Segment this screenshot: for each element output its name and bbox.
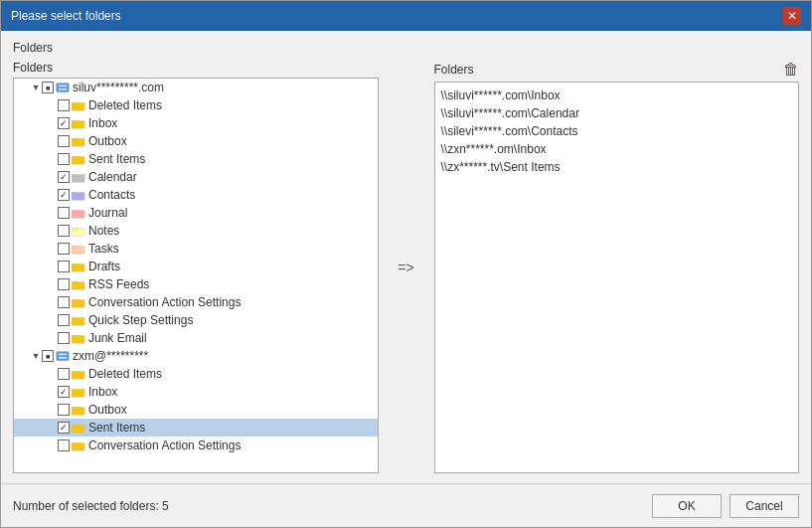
dialog-title: Please select folders <box>11 9 121 23</box>
selected-folder-item[interactable]: \\zxn******.om\Inbox <box>439 140 795 158</box>
folder-label: Notes <box>88 224 119 238</box>
folder-label: Sent Items <box>88 152 145 166</box>
folder-checkbox[interactable] <box>58 404 70 416</box>
svg-rect-4 <box>72 102 77 105</box>
folder-tree-item[interactable]: Deleted Items <box>14 96 378 114</box>
folder-checkbox[interactable] <box>58 261 70 272</box>
folder-tree-item[interactable]: Quick Step Settings <box>14 311 378 329</box>
svg-rect-20 <box>72 246 77 249</box>
svg-rect-30 <box>72 335 77 338</box>
folder-tree-item[interactable]: Conversation Action Settings <box>14 293 378 311</box>
selected-folders-list[interactable]: \\siluvi******.com\Inbox\\siluvi******.c… <box>434 82 800 473</box>
folder-tree-item[interactable]: Junk Email <box>14 329 378 347</box>
folder-tree-item[interactable]: Drafts <box>14 258 378 275</box>
svg-rect-41 <box>72 425 77 428</box>
folder-label: Sent Items <box>88 421 145 435</box>
selected-count-label: Number of selected folders: 5 <box>13 499 169 513</box>
folder-checkbox[interactable] <box>58 440 70 451</box>
left-panel: Folders ▼ siluv*********.com Deleted Ite… <box>13 61 379 473</box>
folder-tree-item[interactable]: Journal <box>14 204 378 222</box>
left-panel-label: Folders <box>13 61 379 75</box>
folder-checkbox[interactable] <box>58 422 70 434</box>
folder-label: Conversation Action Settings <box>88 295 241 309</box>
folder-icon <box>72 314 85 326</box>
folder-tree-item[interactable]: Calendar <box>14 168 378 186</box>
folder-tree[interactable]: ▼ siluv*********.com Deleted Items Inbox… <box>13 78 379 473</box>
svg-rect-35 <box>72 371 77 374</box>
folder-checkbox[interactable] <box>58 99 70 111</box>
folder-checkbox[interactable] <box>58 117 70 129</box>
selected-folder-item[interactable]: \\silevi******.com\Contacts <box>439 122 795 140</box>
folder-tree-item[interactable]: Deleted Items <box>14 365 378 383</box>
folder-label: Tasks <box>88 242 119 256</box>
folder-tree-item[interactable]: Contacts <box>14 186 378 204</box>
account-item[interactable]: ▼ siluv*********.com <box>14 79 378 96</box>
dialog: Please select folders ✕ Folders Folders … <box>0 0 812 528</box>
svg-rect-37 <box>72 389 77 392</box>
folder-label: Drafts <box>88 260 120 273</box>
folder-tree-item[interactable]: Inbox <box>14 383 378 401</box>
journal-icon <box>72 207 85 219</box>
folder-label: Calendar <box>88 170 137 184</box>
ok-button[interactable]: OK <box>652 494 722 518</box>
selected-folder-item[interactable]: \\siluvi******.com\Calendar <box>439 104 795 122</box>
folder-icon <box>72 261 85 272</box>
footer: Number of selected folders: 5 OK Cancel <box>1 483 811 527</box>
folder-label: Outbox <box>88 134 127 148</box>
account-checkbox[interactable] <box>42 350 54 362</box>
arrow-indicator: => <box>398 260 413 275</box>
account-item[interactable]: ▼ zxm@********* <box>14 347 378 365</box>
folder-checkbox[interactable] <box>58 171 70 183</box>
folder-checkbox[interactable] <box>58 207 70 219</box>
folder-tree-item[interactable]: Conversation Action Settings <box>14 437 378 454</box>
folder-checkbox[interactable] <box>58 225 70 237</box>
account-label: siluv*********.com <box>73 81 164 94</box>
svg-rect-14 <box>72 192 77 195</box>
svg-rect-12 <box>72 174 77 177</box>
svg-rect-24 <box>72 281 77 284</box>
delete-icon[interactable]: 🗑 <box>783 61 799 79</box>
folder-checkbox[interactable] <box>58 296 70 308</box>
arrow-area: => <box>387 260 426 275</box>
folder-icon <box>72 99 85 111</box>
folder-icon <box>72 404 85 416</box>
folder-checkbox[interactable] <box>58 332 70 344</box>
selected-folder-item[interactable]: \\siluvi******.com\Inbox <box>439 87 795 104</box>
folder-checkbox[interactable] <box>58 386 70 398</box>
toggle-arrow-icon: ▼ <box>30 350 42 362</box>
toggle-arrow-icon: ▼ <box>30 82 42 93</box>
folder-checkbox[interactable] <box>58 314 70 326</box>
close-button[interactable]: ✕ <box>783 7 801 25</box>
folder-checkbox[interactable] <box>58 153 70 165</box>
folder-tree-item[interactable]: RSS Feeds <box>14 275 378 293</box>
folder-checkbox[interactable] <box>58 243 70 255</box>
folder-label: Contacts <box>88 188 135 202</box>
tasks-icon <box>72 243 85 255</box>
svg-rect-16 <box>72 210 77 213</box>
svg-rect-8 <box>72 138 77 141</box>
folder-tree-item[interactable]: Sent Items <box>14 419 378 437</box>
svg-rect-26 <box>72 299 77 302</box>
folder-checkbox[interactable] <box>58 278 70 290</box>
folder-tree-item[interactable]: Inbox <box>14 114 378 132</box>
dialog-body: Folders Folders ▼ siluv*********.com Del… <box>1 31 811 483</box>
folder-icon <box>72 296 85 308</box>
account-checkbox[interactable] <box>42 82 54 93</box>
folder-tree-item[interactable]: Tasks <box>14 240 378 258</box>
folder-checkbox[interactable] <box>58 368 70 380</box>
folder-tree-item[interactable]: Sent Items <box>14 150 378 168</box>
folder-tree-item[interactable]: Outbox <box>14 132 378 150</box>
folder-label: Outbox <box>88 403 127 417</box>
folder-tree-item[interactable]: Notes <box>14 222 378 240</box>
server-icon <box>56 82 70 93</box>
sent-icon <box>72 153 85 165</box>
cancel-button[interactable]: Cancel <box>730 494 799 518</box>
right-panel-label: Folders <box>434 63 474 77</box>
selected-folder-item[interactable]: \\zx******.tv\Sent Items <box>439 158 795 176</box>
folder-checkbox[interactable] <box>58 189 70 201</box>
folder-icon <box>72 278 85 290</box>
folder-tree-item[interactable]: Outbox <box>14 401 378 419</box>
notes-icon <box>72 225 85 237</box>
folder-label: Junk Email <box>88 331 147 345</box>
folder-checkbox[interactable] <box>58 135 70 147</box>
